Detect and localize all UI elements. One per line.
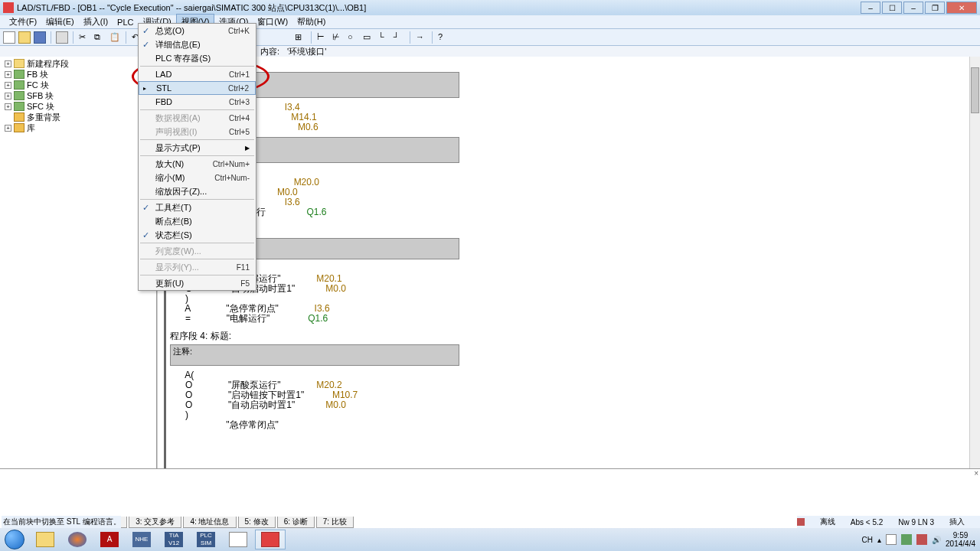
vertical-scrollbar[interactable]	[969, 57, 980, 505]
status-insert: 插入	[949, 517, 965, 527]
status-icon	[797, 518, 805, 526]
menu-item[interactable]: ✓详细信息(E)	[139, 37, 256, 51]
save-btn[interactable]	[34, 31, 46, 44]
copy-btn[interactable]: ⧉	[93, 31, 106, 44]
tray-arrow-icon[interactable]: ▴	[877, 536, 881, 544]
task-explorer[interactable]	[30, 530, 60, 549]
maximize-button[interactable]: ☐	[882, 2, 902, 14]
menu-item: 显示列(Y)...F11	[139, 260, 256, 274]
help-btn[interactable]: ?	[437, 31, 449, 44]
status-hint: 在当前块中切换至 STL 编程语言。	[2, 516, 121, 528]
menu-item[interactable]: PLC 寄存器(S)	[139, 51, 256, 65]
tree-item[interactable]: +FB 块	[2, 69, 155, 80]
coil-btn[interactable]: ○	[347, 31, 359, 44]
window-title: LAD/STL/FBD - [OB1 -- "Cycle Execution" …	[17, 2, 859, 14]
menu-7[interactable]: 窗口(W)	[253, 15, 292, 29]
new-btn[interactable]	[3, 31, 15, 44]
tray-vol-icon[interactable]: 🔊	[932, 536, 941, 544]
task-snip[interactable]	[223, 530, 253, 549]
menu-item[interactable]: ▸STLCtrl+2	[139, 81, 256, 95]
network-btn[interactable]: ⊞	[294, 31, 306, 44]
menu-3[interactable]: PLC	[113, 16, 138, 28]
goto-btn[interactable]: →	[415, 31, 427, 44]
app-icon	[3, 2, 14, 13]
pane-close[interactable]: ×	[974, 469, 978, 478]
menu-item[interactable]: ✓状态栏(S)	[139, 228, 256, 242]
menu-item[interactable]: ✓工具栏(T)	[139, 201, 256, 214]
status-abs: Abs < 5.2	[851, 518, 884, 527]
tree-item[interactable]: +SFB 块	[2, 90, 155, 101]
task-tia[interactable]: TIAV12	[158, 530, 189, 549]
tree-item[interactable]: 多重背景	[2, 112, 155, 122]
close-button[interactable]: ✕	[946, 2, 977, 14]
status-nw: Nw 9 LN 3	[898, 518, 934, 527]
tray-clock[interactable]: 9:59 2014/4/4	[946, 531, 975, 548]
tree-panel: +新建程序段+FB 块+FC 块+SFB 块+SFC 块多重背景+库 程序元素 …	[0, 57, 157, 505]
output-tab[interactable]: 6: 诊断	[277, 517, 315, 528]
menu-item[interactable]: 显示方式(P)▶	[139, 141, 256, 155]
windows-taskbar: A NHE TIAV12 PLCSIM CH ▴ 🔊 9:59 2014/4/4	[0, 528, 980, 551]
ime-indicator[interactable]: CH	[862, 536, 873, 544]
menu-item[interactable]: 更新(U)F5	[139, 276, 256, 290]
task-nhe[interactable]: NHE	[126, 530, 157, 549]
task-firefox[interactable]	[62, 530, 93, 549]
output-tab[interactable]: 7: 比较	[316, 517, 354, 528]
menu-2[interactable]: 插入(I)	[79, 15, 113, 29]
paste-btn[interactable]: 📋	[109, 31, 121, 44]
content-label: 内容:	[260, 46, 279, 57]
menu-item: 列宽度(W)...	[139, 244, 256, 258]
menu-item[interactable]: 放大(N)Ctrl+Num+	[139, 157, 256, 171]
code-editor[interactable]: weep (Cycle)" 点" I3.4 肝点" M14.1 肝中继" M0.…	[157, 57, 980, 505]
tree-item[interactable]: +库	[2, 122, 155, 133]
open-btn[interactable]	[18, 31, 31, 44]
contact2-btn[interactable]: ⊬	[332, 31, 344, 44]
title-bar: LAD/STL/FBD - [OB1 -- "Cycle Execution" …	[0, 0, 980, 15]
task-editor[interactable]	[255, 530, 286, 549]
menu-1[interactable]: 编辑(E)	[41, 15, 79, 29]
menu-item: 数据视图(A)Ctrl+4	[139, 111, 256, 125]
menu-item[interactable]: FBDCtrl+3	[139, 95, 256, 109]
branch-btn[interactable]: └	[377, 31, 390, 44]
tree-item[interactable]: +SFC 块	[2, 101, 155, 112]
tray-av-icon[interactable]	[916, 534, 927, 545]
box-btn[interactable]: ▭	[362, 31, 374, 44]
status-offline: 离线	[820, 517, 835, 527]
task-plcsim[interactable]: PLCSIM	[191, 530, 221, 549]
menu-0[interactable]: 文件(F)	[5, 15, 41, 29]
content-value: '环境\接口'	[287, 46, 326, 57]
print-btn[interactable]	[56, 31, 68, 44]
task-acrobat[interactable]: A	[94, 530, 125, 549]
tree-item[interactable]: +新建程序段	[2, 58, 155, 69]
menu-item[interactable]: ✓总览(O)Ctrl+K	[139, 24, 256, 37]
menu-item[interactable]: 断点栏(B)	[139, 214, 256, 228]
output-tab[interactable]: 4: 地址信息	[183, 517, 236, 528]
output-tab[interactable]: 3: 交叉参考	[129, 517, 181, 528]
output-tab[interactable]: 5: 修改	[238, 517, 276, 528]
minimize-button[interactable]: –	[861, 2, 880, 14]
menu-item: 声明视图(I)Ctrl+5	[139, 125, 256, 139]
tray-net-icon[interactable]	[901, 534, 912, 545]
view-menu-dropdown: ✓总览(O)Ctrl+K✓详细信息(E)PLC 寄存器(S)LADCtrl+1▸…	[138, 23, 256, 291]
menu-8[interactable]: 帮助(H)	[292, 15, 330, 29]
menu-item[interactable]: LADCtrl+1	[139, 67, 256, 81]
minimize-button-2[interactable]: –	[903, 2, 923, 14]
project-tree[interactable]: +新建程序段+FB 块+FC 块+SFB 块+SFC 块多重背景+库	[0, 57, 156, 481]
contact-btn[interactable]: ⊢	[316, 31, 328, 44]
menu-item[interactable]: 缩放因子(Z)...	[139, 184, 256, 198]
status-right: 离线 Abs < 5.2 Nw 9 LN 3 插入	[797, 516, 980, 528]
cut-btn[interactable]: ✂	[78, 31, 90, 44]
tray-flag-icon[interactable]	[886, 534, 897, 545]
start-button[interactable]	[0, 528, 29, 551]
tree-item[interactable]: +FC 块	[2, 80, 155, 90]
restore-button[interactable]: ❐	[925, 2, 945, 14]
branch2-btn[interactable]: ┘	[393, 31, 405, 44]
system-tray[interactable]: CH ▴ 🔊 9:59 2014/4/4	[862, 531, 980, 548]
menu-item[interactable]: 缩小(M)Ctrl+Num-	[139, 171, 256, 184]
